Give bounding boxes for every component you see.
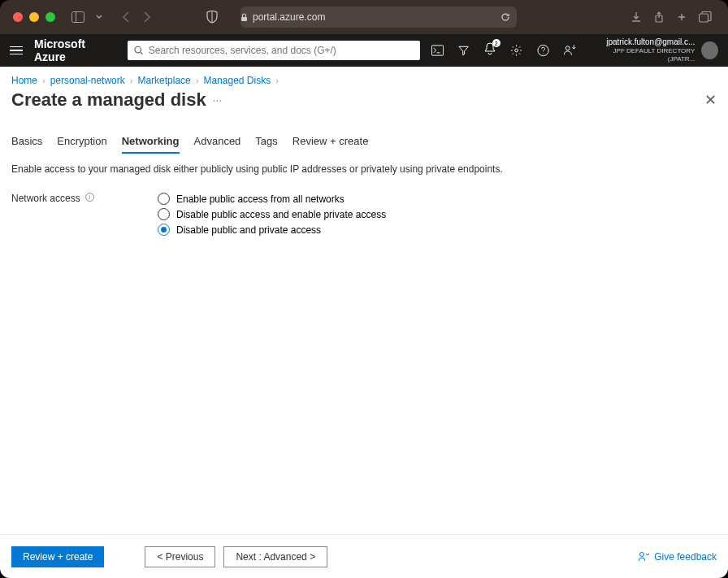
svg-rect-0 xyxy=(72,12,84,23)
refresh-icon[interactable] xyxy=(500,12,510,22)
next-button[interactable]: Next : Advanced > xyxy=(223,546,327,567)
info-icon[interactable]: i xyxy=(85,193,94,202)
close-blade-button[interactable]: ✕ xyxy=(704,91,717,109)
chevron-down-icon[interactable] xyxy=(96,15,102,20)
tab-tags[interactable]: Tags xyxy=(255,135,277,154)
breadcrumb-item[interactable]: Managed Disks xyxy=(203,75,271,86)
radio-button[interactable] xyxy=(158,208,170,220)
wizard-footer: Review + create < Previous Next : Advanc… xyxy=(0,534,728,578)
brand-logo[interactable]: Microsoft Azure xyxy=(34,37,116,63)
traffic-lights xyxy=(13,12,55,22)
tabs: Basics Encryption Networking Advanced Ta… xyxy=(0,117,728,154)
breadcrumb-item[interactable]: Home xyxy=(11,75,37,86)
tab-networking[interactable]: Networking xyxy=(122,135,180,154)
breadcrumb-sep: › xyxy=(130,76,133,85)
breadcrumb-item[interactable]: Marketplace xyxy=(137,75,190,86)
macos-titlebar: portal.azure.com xyxy=(0,0,728,34)
window-minimize-button[interactable] xyxy=(29,12,39,22)
svg-rect-6 xyxy=(432,46,444,55)
account-email: jpatrick.fulton@gmail.c... xyxy=(591,37,695,47)
search-icon xyxy=(134,46,143,55)
feedback-label: Give feedback xyxy=(654,551,717,563)
azure-header: Microsoft Azure 2 jpatrick.fulton@gmail.… xyxy=(0,34,728,67)
tab-description: Enable access to your managed disk eithe… xyxy=(0,154,728,189)
new-tab-icon[interactable] xyxy=(676,11,687,23)
avatar xyxy=(701,41,718,59)
filter-icon[interactable] xyxy=(458,45,469,56)
radio-button[interactable] xyxy=(158,224,170,236)
lock-icon xyxy=(240,13,248,22)
previous-button[interactable]: < Previous xyxy=(145,546,215,567)
more-icon[interactable]: ··· xyxy=(213,93,223,106)
cloud-shell-icon[interactable] xyxy=(431,45,444,56)
svg-point-9 xyxy=(566,46,570,50)
breadcrumb-item[interactable]: personal-network xyxy=(50,75,125,86)
share-icon[interactable] xyxy=(653,11,665,23)
radio-option-private[interactable]: Disable public access and enable private… xyxy=(158,208,386,220)
address-bar[interactable]: portal.azure.com xyxy=(240,7,517,28)
svg-point-10 xyxy=(640,552,644,556)
review-create-button[interactable]: Review + create xyxy=(11,546,104,567)
radio-label: Disable public access and enable private… xyxy=(176,209,386,220)
search-input[interactable] xyxy=(149,45,414,56)
tab-basics[interactable]: Basics xyxy=(11,135,42,154)
radio-label: Enable public access from all networks xyxy=(176,193,344,205)
tab-encryption[interactable]: Encryption xyxy=(57,135,106,154)
page-title: Create a managed disk xyxy=(11,89,206,111)
help-icon[interactable] xyxy=(537,44,549,57)
sidebar-toggle-icon[interactable] xyxy=(72,11,84,23)
radio-option-public-all[interactable]: Enable public access from all networks xyxy=(158,193,386,205)
download-icon[interactable] xyxy=(630,11,642,23)
give-feedback-link[interactable]: Give feedback xyxy=(638,551,717,563)
hamburger-menu[interactable] xyxy=(10,46,23,55)
radio-option-disable-all[interactable]: Disable public and private access xyxy=(158,224,386,236)
settings-icon[interactable] xyxy=(510,44,522,57)
breadcrumb-sep: › xyxy=(42,76,46,85)
svg-rect-2 xyxy=(241,17,247,21)
forward-button[interactable] xyxy=(143,11,151,23)
window-maximize-button[interactable] xyxy=(46,12,55,22)
account-directory: JPF DEFAULT DIRECTORY (JPATR... xyxy=(591,47,695,63)
window-close-button[interactable] xyxy=(13,12,23,22)
radio-label: Disable public and private access xyxy=(176,224,321,236)
network-access-label: Network access xyxy=(11,193,80,204)
url-text: portal.azure.com xyxy=(253,11,325,23)
svg-rect-4 xyxy=(700,14,708,22)
tab-advanced[interactable]: Advanced xyxy=(194,135,241,154)
breadcrumb-sep: › xyxy=(275,76,279,85)
tabs-icon[interactable] xyxy=(699,11,712,23)
back-button[interactable] xyxy=(122,11,130,23)
breadcrumb-sep: › xyxy=(196,76,199,85)
svg-point-5 xyxy=(135,46,141,53)
svg-point-7 xyxy=(514,49,518,52)
feedback-person-icon xyxy=(638,551,649,563)
account-menu[interactable]: jpatrick.fulton@gmail.c... JPF DEFAULT D… xyxy=(591,37,718,63)
radio-button[interactable] xyxy=(158,193,170,205)
tab-review[interactable]: Review + create xyxy=(292,135,369,154)
feedback-icon[interactable] xyxy=(564,44,576,57)
shield-icon[interactable] xyxy=(206,11,218,24)
notification-badge: 2 xyxy=(492,39,500,47)
notifications-icon[interactable]: 2 xyxy=(484,42,496,59)
breadcrumb: Home › personal-network › Marketplace › … xyxy=(0,67,728,89)
global-search[interactable] xyxy=(128,41,420,60)
